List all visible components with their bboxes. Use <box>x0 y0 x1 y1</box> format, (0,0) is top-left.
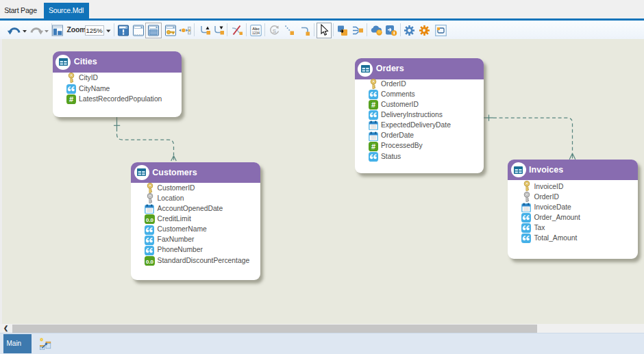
svg-text:S: S <box>273 27 276 34</box>
svg-text:1234: 1234 <box>252 30 260 34</box>
